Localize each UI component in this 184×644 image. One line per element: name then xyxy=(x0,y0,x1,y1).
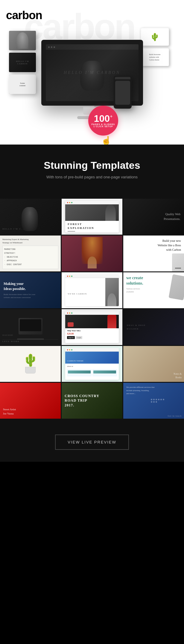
grid-item-notebook: Notes &Books xyxy=(123,346,184,382)
side-card-3: Somecontent xyxy=(9,75,36,94)
live-preview-button[interactable]: VIEW LIVE PREVIEW xyxy=(55,435,129,450)
grid-item-carbon: WE'RE CARBON xyxy=(62,272,122,308)
side-card-2: HELLO I'MCARBON xyxy=(9,53,36,72)
grid-item-letswork: LETS WORK READ MORE xyxy=(0,309,61,345)
badge-plus: + xyxy=(110,114,112,119)
grid-item-build: Build your newWebsite like a Bosswith Ca… xyxy=(123,236,184,271)
badge-line2: 1 CLICK SETUP xyxy=(93,125,113,127)
grid-item-aboutus: CARBON THEME about us xyxy=(62,346,122,382)
phone-mockup xyxy=(114,76,132,109)
badge-container: 100 + PAGES & SLIDERS 1 CLICK SETUP ☝ xyxy=(6,121,178,145)
right-card-cactus: 🌵 xyxy=(141,28,169,46)
badge-line1: PAGES & SLIDERS xyxy=(92,123,115,125)
badge-hand-icon: ☝ xyxy=(101,136,112,145)
grid-item-services: We provide different services thatinclud… xyxy=(123,383,184,419)
badge-circle: 100 + PAGES & SLIDERS 1 CLICK SETUP xyxy=(88,106,118,136)
grid-item-roadtrip: CROSS COUNTRYROAD TRIP2017. xyxy=(62,383,122,419)
templates-section: Stunning Templates With tons of pre-buil… xyxy=(0,145,184,199)
templates-subtitle: With tons of pre-build pages and one-pag… xyxy=(6,175,178,179)
grid-row-1: HELLO I'M C... FORESTEXPLORATION Qual xyxy=(0,199,184,235)
grid-item-marketing: Marketing Expert & MarketingStrategy on … xyxy=(0,236,61,271)
grid-row-4: LETS WORK READ MORE Ship Your Idea $20.0… xyxy=(0,309,184,345)
hero-section: carbon carbon HELLO I'MCARBON Someconten… xyxy=(0,0,184,145)
grid-item-drag: DRAG & DROPBUILDER xyxy=(123,309,184,345)
grid-row-2: Marketing Expert & MarketingStrategy on … xyxy=(0,236,184,271)
grid-row-5: 🌵 CARBON THEME about us xyxy=(0,346,184,382)
grid-item-hair xyxy=(62,236,122,271)
right-items: 🌵 Build Awesomewebsites withCarbon theme xyxy=(141,28,169,66)
grid-item-cactus: 🌵 xyxy=(0,346,61,382)
grid-section: HELLO I'M C... FORESTEXPLORATION Qual xyxy=(0,199,184,426)
roadtrip-text: CROSS COUNTRYROAD TRIP2017. xyxy=(65,394,119,408)
templates-title: Stunning Templates xyxy=(6,160,178,171)
grid-row-6: Street ArtistJoe Vasna CROSS COUNTRYROAD… xyxy=(0,383,184,419)
right-card-text: Build Awesomewebsites withCarbon theme xyxy=(141,48,169,66)
grid-row-3: Making yourIdeas possible. Build Awesome… xyxy=(0,272,184,308)
badge-number: 100 xyxy=(94,114,110,123)
side-items: HELLO I'MCARBON Somecontent xyxy=(9,31,36,94)
preview-section: VIEW LIVE PREVIEW xyxy=(0,426,184,462)
grid-item-quality: Quality WebPresentations. xyxy=(123,199,184,235)
grid-item-artist: Street ArtistJoe Vasna xyxy=(0,383,61,419)
grid-item-solutions: we createsolutions. Various servicesavai… xyxy=(123,272,184,308)
hero-mockup: HELLO I'MCARBON Somecontent xyxy=(6,25,178,121)
grid-item-forest: FORESTEXPLORATION xyxy=(62,199,122,235)
grid-item-making: Making yourIdeas possible. Build Awesome… xyxy=(0,272,61,308)
phone-screen xyxy=(115,81,130,105)
side-card-1 xyxy=(9,31,36,50)
grid-item-hello: HELLO I'M C... xyxy=(0,199,61,235)
grid-item-ship: Ship Your Idea $20.00 Sign In Login xyxy=(62,309,122,345)
